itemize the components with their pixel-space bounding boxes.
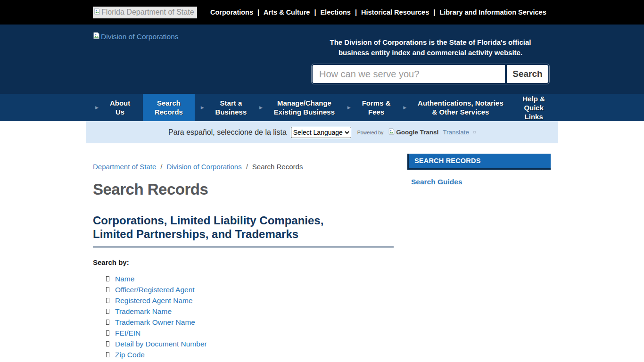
sidebar-link-search-guides[interactable]: Search Guides [411, 178, 462, 186]
translate-link[interactable]: Translate [443, 129, 469, 136]
list-item: Name [106, 273, 402, 284]
breadcrumb: Department of State / Division of Corpor… [93, 163, 402, 171]
list-item: Officer/Registered Agent [106, 284, 402, 295]
division-of-corporations-logo-alt: Division of Corporations [101, 33, 179, 41]
list-item: Trademark Name [106, 306, 402, 317]
broken-image-icon [473, 131, 476, 133]
chevron-right-icon: ▶ [95, 105, 99, 110]
square-bullet-icon [106, 309, 109, 314]
language-bar: Para español, seleccione de la lista Sel… [86, 121, 558, 143]
page-title: Search Records [93, 181, 402, 198]
site-search: Search [313, 65, 548, 83]
link-separator: | [314, 8, 316, 16]
list-item: Registered Agent Name [106, 295, 402, 306]
search-link-detail-by-document-number[interactable]: Detail by Document Number [115, 340, 207, 348]
search-by-label: Search by: [93, 258, 402, 266]
nav-item-search-records[interactable]: Search Records [143, 94, 195, 121]
site-search-button[interactable]: Search [505, 65, 548, 83]
division-of-corporations-logo[interactable]: Division of Corporations [93, 32, 179, 41]
list-item: FEI/EIN [106, 328, 402, 338]
top-link-corporations[interactable]: Corporations [210, 8, 253, 16]
section-heading: Corporations, Limited Liability Companie… [93, 214, 394, 247]
nav-item-start-a-business[interactable]: Start a Business [209, 94, 254, 121]
search-link-zip-code[interactable]: Zip Code [115, 351, 145, 359]
square-bullet-icon [106, 320, 109, 325]
broken-image-icon [388, 128, 396, 136]
florida-department-of-state-logo[interactable]: Florida Department of State [93, 7, 197, 18]
list-item: Street Address [106, 360, 402, 362]
breadcrumb-separator: / [160, 163, 162, 171]
search-link-registered-agent-name[interactable]: Registered Agent Name [115, 296, 193, 305]
square-bullet-icon [106, 341, 109, 346]
site-header: Division of Corporations The Division of… [0, 25, 644, 94]
department-links: Corporations | Arts & Culture | Election… [210, 8, 546, 16]
search-link-trademark-name[interactable]: Trademark Name [115, 307, 172, 316]
language-prompt: Para español, seleccione de la lista [168, 128, 287, 137]
sidebar: SEARCH RECORDS Search Guides [407, 154, 551, 362]
nav-item-authentications-notaries-other-services[interactable]: Authentications, Notaries & Other Servic… [411, 94, 510, 121]
chevron-right-icon: ▶ [201, 105, 204, 110]
breadcrumb-separator: / [246, 163, 248, 171]
chevron-right-icon: ▶ [347, 105, 351, 110]
breadcrumb-department-of-state[interactable]: Department of State [93, 163, 156, 171]
google-translate-logo: Google Transl [388, 128, 438, 136]
site-tagline: The Division of Corporations is the Stat… [313, 37, 548, 58]
powered-by-label: Powered by [357, 130, 383, 135]
list-item: Detail by Document Number [106, 338, 402, 349]
top-link-historical-resources[interactable]: Historical Resources [361, 8, 429, 16]
list-item: Trademark Owner Name [106, 317, 402, 328]
search-by-list: Name Officer/Registered Agent Registered… [93, 273, 402, 362]
top-link-arts-culture[interactable]: Arts & Culture [264, 8, 310, 16]
search-link-name[interactable]: Name [115, 275, 134, 283]
square-bullet-icon [106, 276, 109, 281]
top-link-library-information-services[interactable]: Library and Information Services [439, 8, 546, 16]
sidebar-header-search-records: SEARCH RECORDS [407, 154, 551, 170]
google-translate-logo-alt: Google Transl [396, 129, 438, 136]
language-select[interactable]: Select Language [291, 127, 351, 138]
square-bullet-icon [106, 352, 109, 357]
square-bullet-icon [106, 298, 109, 303]
site-search-input[interactable] [313, 65, 505, 83]
search-link-officer-registered-agent[interactable]: Officer/Registered Agent [115, 286, 195, 294]
breadcrumb-current-search-records: Search Records [252, 163, 303, 171]
square-bullet-icon [106, 287, 109, 292]
chevron-right-icon: ▶ [403, 105, 406, 110]
broken-image-icon [93, 32, 100, 41]
nav-item-about-us[interactable]: About Us [103, 94, 137, 121]
main-content: Department of State / Division of Corpor… [93, 154, 402, 362]
link-separator: | [257, 8, 259, 16]
main-navigation: ▶ About Us Search Records ▶ Start a Busi… [0, 94, 644, 121]
top-link-elections[interactable]: Elections [320, 8, 350, 16]
top-utility-bar: Florida Department of State Corporations… [0, 0, 644, 25]
list-item: Zip Code [106, 349, 402, 360]
chevron-right-icon: ▶ [259, 105, 263, 110]
breadcrumb-division-of-corporations[interactable]: Division of Corporations [166, 163, 241, 171]
florida-department-of-state-logo-alt: Florida Department of State [101, 8, 194, 16]
link-separator: | [433, 8, 435, 16]
nav-item-forms-fees[interactable]: Forms & Fees [355, 94, 397, 121]
square-bullet-icon [106, 330, 109, 336]
nav-item-help-quick-links[interactable]: Help & Quick Links [516, 94, 552, 121]
nav-item-manage-change-existing-business[interactable]: Manage/Change Existing Business [267, 94, 341, 121]
broken-image-icon [94, 8, 100, 16]
search-link-fei-ein[interactable]: FEI/EIN [115, 329, 140, 337]
search-link-trademark-owner-name[interactable]: Trademark Owner Name [115, 318, 195, 327]
link-separator: | [355, 8, 357, 16]
